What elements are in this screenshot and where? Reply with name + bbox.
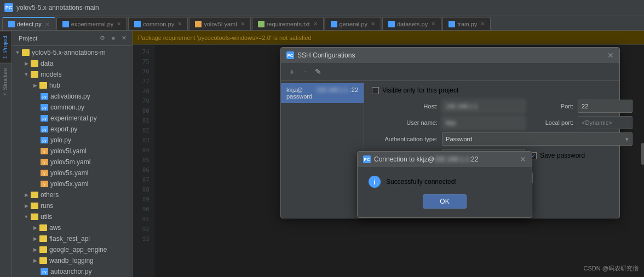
tree-item-yolov5s[interactable]: y yolov5s.yaml (12, 168, 132, 178)
tab-close-icon[interactable]: ✕ (45, 21, 49, 27)
tree-arrow-hub: ▶ (32, 82, 38, 89)
auth-type-value: Password (446, 136, 472, 142)
sidebar-project-label: Project (15, 35, 95, 42)
tab-yolov5l-yaml[interactable]: yolov5l.yaml ✕ (189, 17, 251, 30)
tree-item-data[interactable]: ▶ data (12, 58, 132, 69)
success-title-text: Connection to kkjz@192.168.1.1:22 (374, 155, 478, 163)
app-icon: PC (4, 3, 13, 12)
title-bar: PC yolov5-5.x-annotations-main (0, 0, 644, 15)
sidebar-btn-collapse[interactable]: ✕ (119, 33, 129, 43)
py-icon-autoanchor: py (41, 268, 48, 275)
ssh-dialog-titlebar: PC SSH Configurations ✕ (281, 48, 619, 63)
tree-arrow-root: ▼ (14, 49, 21, 56)
py-icon-common: py (41, 104, 48, 111)
sidebar-btn-settings[interactable]: ⚙ (97, 33, 107, 43)
tree-item-others[interactable]: ▶ others (12, 189, 132, 200)
tree-item-yolov5m[interactable]: y yolov5m.yaml (12, 157, 132, 168)
tab-close-icon[interactable]: ✕ (480, 21, 485, 27)
ssh-list: kkjz@ 192.168.1.1 :22 password (281, 81, 364, 218)
side-tab-project[interactable]: 1: Project (0, 31, 12, 63)
ssh-remove-btn[interactable]: − (300, 66, 311, 77)
auth-type-select[interactable]: Password ▾ (442, 132, 633, 146)
tree-label-root: yolov5-5.x-annotations-m (32, 49, 106, 56)
host-input[interactable] (442, 100, 525, 113)
tree-label-runs: runs (41, 202, 53, 210)
tab-close-icon[interactable]: ✕ (371, 21, 375, 27)
tab-close-icon[interactable]: ✕ (117, 21, 121, 27)
tree-item-aws[interactable]: ▶ aws (12, 222, 132, 233)
folder-icon-models (31, 71, 38, 78)
tree-item-activations[interactable]: py activations.py (12, 91, 132, 102)
tab-experimental-py[interactable]: experimental.py ✕ (56, 17, 128, 30)
ssh-dialog-close[interactable]: ✕ (607, 51, 614, 60)
tree-arrow-models: ▼ (23, 71, 30, 78)
host-label: Host: (372, 103, 438, 109)
tree-root[interactable]: ▼ yolov5-5.x-annotations-m (12, 47, 132, 58)
success-dialog-close[interactable]: ✕ (520, 155, 526, 164)
tree-label-export: export.py (50, 125, 77, 133)
tree-item-common[interactable]: py common.py (12, 102, 132, 113)
ok-button[interactable]: OK (423, 194, 466, 209)
main-layout: 1: Project 7: Structure Project ⚙ ≡ ✕ ▼ … (0, 31, 644, 277)
py-icon-experimental: py (41, 115, 48, 122)
success-title-left: PC Connection to kkjz@192.168.1.1:22 (363, 155, 478, 163)
resize-handle[interactable] (641, 143, 644, 165)
tree-label-common: common.py (50, 103, 84, 111)
tree-item-models[interactable]: ▼ models (12, 69, 132, 80)
tab-detect-py[interactable]: detect.py ✕ (2, 17, 55, 30)
chevron-down-icon: ▾ (625, 136, 629, 143)
success-dialog: PC Connection to kkjz@192.168.1.1:22 ✕ i… (357, 151, 532, 218)
tree-item-gae[interactable]: ▶ google_app_engine (12, 244, 132, 255)
tab-close-icon[interactable]: ✕ (240, 21, 245, 27)
tab-py-icon (331, 21, 337, 27)
port-input[interactable] (578, 100, 633, 113)
tree-item-experimental[interactable]: py experimental.py (12, 113, 132, 124)
yaml-icon-yolov5x: y (41, 181, 48, 187)
visible-only-checkbox[interactable] (372, 87, 379, 94)
tab-general-py[interactable]: general.py ✕ (325, 17, 381, 30)
folder-icon-others (31, 192, 38, 198)
tab-requirements-txt[interactable]: requirements.txt ✕ (252, 17, 324, 30)
tree-label-yolo: yolo.py (50, 136, 71, 144)
tab-datasets-py[interactable]: datasets.py ✕ (382, 17, 441, 30)
tab-label: datasets.py (397, 21, 428, 27)
tree-arrow-gae: ▶ (32, 246, 38, 253)
tree-label-flask: flask_rest_api (49, 235, 90, 243)
tab-common-py[interactable]: common.py ✕ (128, 17, 188, 30)
tab-train-py[interactable]: train.py ✕ (442, 17, 491, 30)
success-body: i Successfully connected! OK (358, 167, 532, 217)
tab-bar: detect.py ✕ experimental.py ✕ common.py … (0, 15, 644, 31)
tree-item-utils[interactable]: ▼ utils (12, 211, 132, 222)
ssh-list-item[interactable]: kkjz@ 192.168.1.1 :22 password (281, 83, 364, 103)
ssh-edit-btn[interactable]: ✎ (313, 66, 324, 77)
tab-py-icon (62, 21, 69, 27)
tree-item-hub[interactable]: ▶ hub (12, 80, 132, 91)
tree-arrow-wandb: ▶ (32, 257, 38, 264)
py-icon-export: py (41, 126, 48, 132)
folder-icon-flask (39, 235, 47, 242)
tree-item-flask[interactable]: ▶ flask_rest_api (12, 233, 132, 244)
username-input[interactable] (442, 116, 525, 129)
tree-item-yolo[interactable]: py yolo.py (12, 135, 132, 146)
sidebar-btn-gear2[interactable]: ≡ (110, 34, 117, 43)
tab-close-icon[interactable]: ✕ (177, 21, 182, 27)
tree-item-yolov5l[interactable]: y yolov5l.yaml (12, 146, 132, 157)
side-tabs-strip: 1: Project 7: Structure (0, 31, 12, 277)
auth-type-label: Authentication type: (372, 136, 438, 142)
tree-label-activations: activations.py (50, 93, 90, 100)
ssh-add-btn[interactable]: + (286, 66, 297, 77)
tree-item-runs[interactable]: ▶ runs (12, 200, 132, 211)
port-label: Port: (530, 103, 573, 109)
tab-close-icon[interactable]: ✕ (431, 21, 435, 27)
local-port-value: <Dynamic> (578, 116, 633, 129)
tree-label-autoanchor: autoanchor.py (50, 268, 91, 275)
tree-label-experimental: experimental.py (50, 114, 97, 122)
folder-icon-runs (31, 203, 38, 209)
tab-close-icon[interactable]: ✕ (313, 21, 318, 27)
tree-item-export[interactable]: py export.py (12, 124, 132, 135)
tree-item-wandb[interactable]: ▶ wandb_logging (12, 255, 132, 266)
side-tab-structure[interactable]: 7: Structure (0, 63, 12, 101)
tab-py-icon (388, 21, 395, 27)
tree-item-yolov5x[interactable]: y yolov5x.yaml (12, 178, 132, 189)
tree-item-autoanchor[interactable]: py autoanchor.py (12, 266, 132, 277)
